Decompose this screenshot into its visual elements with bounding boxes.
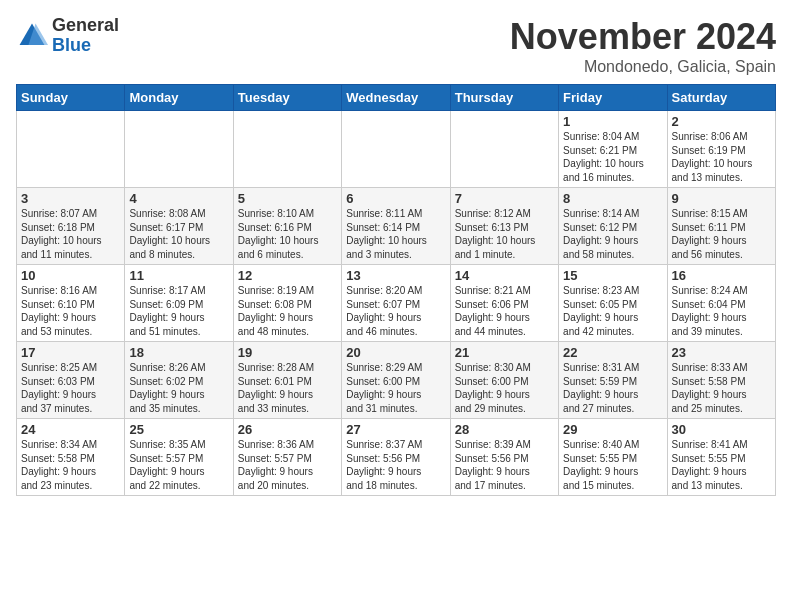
calendar-cell <box>450 111 558 188</box>
logo-general-text: General <box>52 16 119 36</box>
calendar-cell: 7Sunrise: 8:12 AM Sunset: 6:13 PM Daylig… <box>450 188 558 265</box>
calendar-cell: 30Sunrise: 8:41 AM Sunset: 5:55 PM Dayli… <box>667 419 775 496</box>
day-info: Sunrise: 8:07 AM Sunset: 6:18 PM Dayligh… <box>21 207 120 261</box>
day-number: 19 <box>238 345 337 360</box>
calendar-cell: 2Sunrise: 8:06 AM Sunset: 6:19 PM Daylig… <box>667 111 775 188</box>
calendar-cell: 26Sunrise: 8:36 AM Sunset: 5:57 PM Dayli… <box>233 419 341 496</box>
day-info: Sunrise: 8:24 AM Sunset: 6:04 PM Dayligh… <box>672 284 771 338</box>
day-info: Sunrise: 8:20 AM Sunset: 6:07 PM Dayligh… <box>346 284 445 338</box>
day-number: 23 <box>672 345 771 360</box>
calendar-table: SundayMondayTuesdayWednesdayThursdayFrid… <box>16 84 776 496</box>
day-of-week-header: Sunday <box>17 85 125 111</box>
day-info: Sunrise: 8:19 AM Sunset: 6:08 PM Dayligh… <box>238 284 337 338</box>
day-of-week-header: Friday <box>559 85 667 111</box>
day-info: Sunrise: 8:25 AM Sunset: 6:03 PM Dayligh… <box>21 361 120 415</box>
day-info: Sunrise: 8:31 AM Sunset: 5:59 PM Dayligh… <box>563 361 662 415</box>
calendar-cell: 19Sunrise: 8:28 AM Sunset: 6:01 PM Dayli… <box>233 342 341 419</box>
day-number: 20 <box>346 345 445 360</box>
calendar-cell: 1Sunrise: 8:04 AM Sunset: 6:21 PM Daylig… <box>559 111 667 188</box>
logo-text: General Blue <box>52 16 119 56</box>
calendar-cell: 9Sunrise: 8:15 AM Sunset: 6:11 PM Daylig… <box>667 188 775 265</box>
day-info: Sunrise: 8:26 AM Sunset: 6:02 PM Dayligh… <box>129 361 228 415</box>
day-number: 9 <box>672 191 771 206</box>
calendar-body: 1Sunrise: 8:04 AM Sunset: 6:21 PM Daylig… <box>17 111 776 496</box>
day-number: 11 <box>129 268 228 283</box>
calendar-cell: 5Sunrise: 8:10 AM Sunset: 6:16 PM Daylig… <box>233 188 341 265</box>
calendar-week-row: 17Sunrise: 8:25 AM Sunset: 6:03 PM Dayli… <box>17 342 776 419</box>
day-info: Sunrise: 8:04 AM Sunset: 6:21 PM Dayligh… <box>563 130 662 184</box>
day-info: Sunrise: 8:37 AM Sunset: 5:56 PM Dayligh… <box>346 438 445 492</box>
calendar-cell: 27Sunrise: 8:37 AM Sunset: 5:56 PM Dayli… <box>342 419 450 496</box>
day-info: Sunrise: 8:17 AM Sunset: 6:09 PM Dayligh… <box>129 284 228 338</box>
day-info: Sunrise: 8:29 AM Sunset: 6:00 PM Dayligh… <box>346 361 445 415</box>
day-info: Sunrise: 8:15 AM Sunset: 6:11 PM Dayligh… <box>672 207 771 261</box>
day-info: Sunrise: 8:34 AM Sunset: 5:58 PM Dayligh… <box>21 438 120 492</box>
calendar-cell: 11Sunrise: 8:17 AM Sunset: 6:09 PM Dayli… <box>125 265 233 342</box>
calendar-cell <box>17 111 125 188</box>
calendar-cell: 6Sunrise: 8:11 AM Sunset: 6:14 PM Daylig… <box>342 188 450 265</box>
calendar-cell: 14Sunrise: 8:21 AM Sunset: 6:06 PM Dayli… <box>450 265 558 342</box>
day-number: 22 <box>563 345 662 360</box>
day-info: Sunrise: 8:11 AM Sunset: 6:14 PM Dayligh… <box>346 207 445 261</box>
day-of-week-header: Tuesday <box>233 85 341 111</box>
calendar-cell <box>233 111 341 188</box>
day-number: 1 <box>563 114 662 129</box>
calendar-cell: 10Sunrise: 8:16 AM Sunset: 6:10 PM Dayli… <box>17 265 125 342</box>
day-info: Sunrise: 8:39 AM Sunset: 5:56 PM Dayligh… <box>455 438 554 492</box>
calendar-cell <box>125 111 233 188</box>
calendar-cell: 29Sunrise: 8:40 AM Sunset: 5:55 PM Dayli… <box>559 419 667 496</box>
day-info: Sunrise: 8:41 AM Sunset: 5:55 PM Dayligh… <box>672 438 771 492</box>
day-info: Sunrise: 8:12 AM Sunset: 6:13 PM Dayligh… <box>455 207 554 261</box>
day-number: 30 <box>672 422 771 437</box>
calendar-cell: 13Sunrise: 8:20 AM Sunset: 6:07 PM Dayli… <box>342 265 450 342</box>
calendar-cell: 20Sunrise: 8:29 AM Sunset: 6:00 PM Dayli… <box>342 342 450 419</box>
day-info: Sunrise: 8:14 AM Sunset: 6:12 PM Dayligh… <box>563 207 662 261</box>
day-info: Sunrise: 8:21 AM Sunset: 6:06 PM Dayligh… <box>455 284 554 338</box>
calendar-cell: 16Sunrise: 8:24 AM Sunset: 6:04 PM Dayli… <box>667 265 775 342</box>
month-title: November 2024 <box>510 16 776 58</box>
calendar-cell: 21Sunrise: 8:30 AM Sunset: 6:00 PM Dayli… <box>450 342 558 419</box>
day-number: 2 <box>672 114 771 129</box>
day-number: 4 <box>129 191 228 206</box>
day-number: 15 <box>563 268 662 283</box>
day-number: 21 <box>455 345 554 360</box>
calendar-week-row: 10Sunrise: 8:16 AM Sunset: 6:10 PM Dayli… <box>17 265 776 342</box>
day-info: Sunrise: 8:40 AM Sunset: 5:55 PM Dayligh… <box>563 438 662 492</box>
day-number: 18 <box>129 345 228 360</box>
calendar-cell: 4Sunrise: 8:08 AM Sunset: 6:17 PM Daylig… <box>125 188 233 265</box>
logo: General Blue <box>16 16 119 56</box>
day-number: 14 <box>455 268 554 283</box>
logo-icon <box>16 20 48 52</box>
day-info: Sunrise: 8:28 AM Sunset: 6:01 PM Dayligh… <box>238 361 337 415</box>
calendar-week-row: 24Sunrise: 8:34 AM Sunset: 5:58 PM Dayli… <box>17 419 776 496</box>
day-info: Sunrise: 8:16 AM Sunset: 6:10 PM Dayligh… <box>21 284 120 338</box>
day-number: 12 <box>238 268 337 283</box>
day-number: 13 <box>346 268 445 283</box>
calendar-cell: 24Sunrise: 8:34 AM Sunset: 5:58 PM Dayli… <box>17 419 125 496</box>
day-info: Sunrise: 8:30 AM Sunset: 6:00 PM Dayligh… <box>455 361 554 415</box>
day-number: 10 <box>21 268 120 283</box>
day-of-week-header: Saturday <box>667 85 775 111</box>
calendar-week-row: 3Sunrise: 8:07 AM Sunset: 6:18 PM Daylig… <box>17 188 776 265</box>
day-of-week-header: Thursday <box>450 85 558 111</box>
day-info: Sunrise: 8:36 AM Sunset: 5:57 PM Dayligh… <box>238 438 337 492</box>
calendar-cell: 23Sunrise: 8:33 AM Sunset: 5:58 PM Dayli… <box>667 342 775 419</box>
calendar-cell: 25Sunrise: 8:35 AM Sunset: 5:57 PM Dayli… <box>125 419 233 496</box>
day-number: 7 <box>455 191 554 206</box>
calendar-cell: 17Sunrise: 8:25 AM Sunset: 6:03 PM Dayli… <box>17 342 125 419</box>
day-number: 3 <box>21 191 120 206</box>
day-info: Sunrise: 8:10 AM Sunset: 6:16 PM Dayligh… <box>238 207 337 261</box>
day-number: 8 <box>563 191 662 206</box>
title-block: November 2024 Mondonedo, Galicia, Spain <box>510 16 776 76</box>
day-of-week-header: Wednesday <box>342 85 450 111</box>
location: Mondonedo, Galicia, Spain <box>510 58 776 76</box>
day-info: Sunrise: 8:33 AM Sunset: 5:58 PM Dayligh… <box>672 361 771 415</box>
calendar-cell: 22Sunrise: 8:31 AM Sunset: 5:59 PM Dayli… <box>559 342 667 419</box>
day-number: 16 <box>672 268 771 283</box>
day-number: 25 <box>129 422 228 437</box>
day-number: 5 <box>238 191 337 206</box>
calendar-cell: 12Sunrise: 8:19 AM Sunset: 6:08 PM Dayli… <box>233 265 341 342</box>
calendar-header: SundayMondayTuesdayWednesdayThursdayFrid… <box>17 85 776 111</box>
day-info: Sunrise: 8:08 AM Sunset: 6:17 PM Dayligh… <box>129 207 228 261</box>
day-number: 17 <box>21 345 120 360</box>
